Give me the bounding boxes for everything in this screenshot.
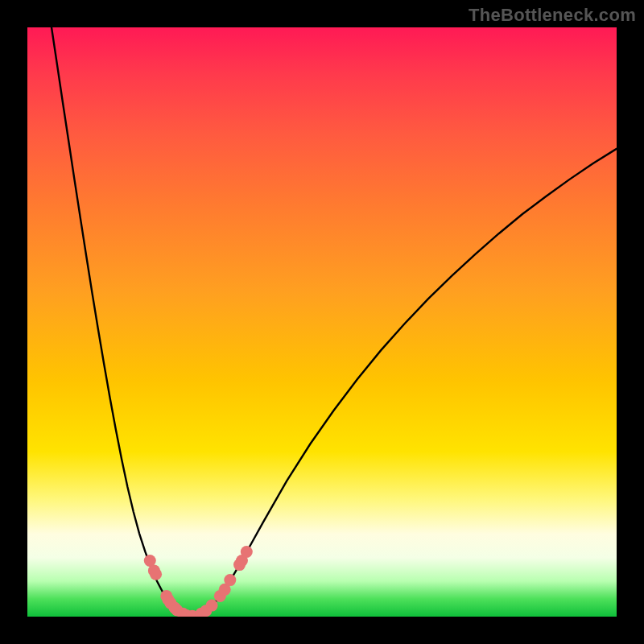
marker-group xyxy=(144,546,253,617)
chart-svg xyxy=(27,27,617,617)
chart-plot-area xyxy=(27,27,617,617)
watermark-text: TheBottleneck.com xyxy=(469,5,636,26)
data-marker xyxy=(224,574,236,586)
curve-group xyxy=(52,27,617,617)
chart-frame: TheBottleneck.com xyxy=(0,0,644,644)
data-marker xyxy=(241,546,253,558)
left-curve xyxy=(52,27,191,617)
right-curve xyxy=(191,149,617,617)
data-marker xyxy=(206,600,218,612)
data-marker xyxy=(150,568,162,580)
